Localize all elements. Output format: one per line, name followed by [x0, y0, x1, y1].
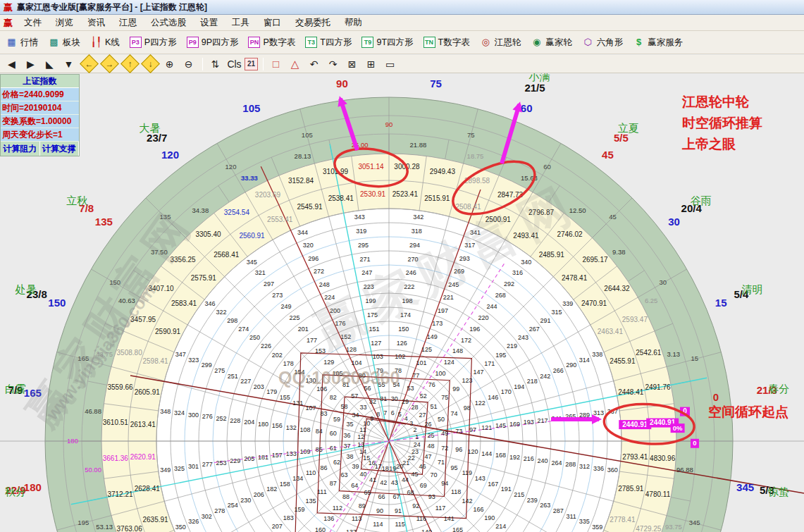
- wheel-number: 7: [383, 409, 387, 416]
- wheel-number: 346: [205, 300, 216, 307]
- wheel-number: 318: [412, 228, 422, 235]
- toolbar-label: P四方形: [144, 37, 177, 49]
- percent-label: 46.88: [85, 407, 101, 415]
- tri-up-button[interactable]: ◣: [41, 56, 58, 71]
- box-x-button[interactable]: ⊠: [343, 56, 361, 71]
- price-label: 3407.10: [148, 285, 174, 292]
- price-label: 2485.91: [539, 251, 565, 259]
- rotate-cw-button[interactable]: ↷: [324, 56, 342, 71]
- wheel-number: 239: [527, 497, 538, 504]
- wheel-number: 190: [484, 514, 495, 521]
- wheel-number: 204: [244, 419, 254, 426]
- toolbar-button-p-square[interactable]: P3P四方形: [127, 35, 180, 50]
- tri-down-button[interactable]: ▼: [60, 56, 78, 71]
- price-label: 2605.91: [135, 388, 161, 396]
- menu-item-4[interactable]: 公式选股: [144, 16, 193, 30]
- price-label: 2500.91: [486, 216, 512, 223]
- toolbar-button-t-number-table[interactable]: TNT数字表: [421, 35, 473, 50]
- next-button[interactable]: ▶: [22, 56, 39, 71]
- menu-item-6[interactable]: 工具: [225, 16, 256, 30]
- toolbar-button-winner-service[interactable]: $赢家服务: [630, 35, 686, 50]
- clear-button[interactable]: Cls: [225, 56, 243, 71]
- wheel-number: 322: [216, 309, 226, 316]
- toolbar-button-t9-square[interactable]: T99T四方形: [359, 35, 416, 50]
- main-toolbar: ▦行情▩板块╽╿K线P3P四方形P99P四方形PNP数字表T3T四方形T99T四…: [0, 31, 804, 54]
- wheel-number: 98: [464, 404, 471, 412]
- calendar-button[interactable]: 21: [245, 58, 258, 70]
- wheel-number: 242: [540, 373, 550, 380]
- square-tool-button[interactable]: □: [267, 56, 285, 71]
- wheel-number: 201: [298, 326, 309, 333]
- menu-item-3[interactable]: 江恩: [112, 16, 144, 30]
- wheel-number: 338: [592, 351, 602, 358]
- degree-label: 90: [385, 120, 393, 128]
- wheel-number: 166: [473, 506, 483, 513]
- wheel-number: 114: [373, 521, 383, 528]
- wheel-number: 26: [424, 421, 431, 428]
- gann-wheel-canvas[interactable]: 1234567891011121314151617181920212223242…: [0, 73, 804, 532]
- menu-item-7[interactable]: 窗口: [256, 16, 288, 30]
- wheel-number: 299: [202, 361, 212, 369]
- toolbar-button-kline[interactable]: ╽╿K线: [87, 35, 123, 50]
- wheel-number: 245: [448, 281, 459, 288]
- triangle-tool-button[interactable]: △: [286, 56, 304, 71]
- toolbar-button-quotes[interactable]: ▦行情: [3, 35, 41, 50]
- wheel-number: 300: [188, 412, 199, 419]
- center-tool-button[interactable]: ⊞: [362, 56, 380, 71]
- calc-resistance-button[interactable]: 计算阻力: [1, 142, 40, 156]
- wheel-number: 99: [452, 385, 459, 392]
- wheel-number: 12: [357, 433, 364, 440]
- shift-right-button[interactable]: →: [100, 54, 119, 73]
- toolbar-button-p-number-table[interactable]: PNP数字表: [245, 35, 298, 50]
- candlestick-icon: ╽╿: [90, 37, 102, 48]
- wheel-number: 13: [357, 441, 364, 448]
- wheel-number: 34: [352, 412, 359, 419]
- shift-up-button[interactable]: ↑: [120, 54, 140, 73]
- shift-left-button[interactable]: ←: [80, 54, 99, 73]
- menu-item-5[interactable]: 设置: [193, 16, 225, 30]
- wheel-number: 350: [175, 524, 186, 531]
- price-label: 2575.91: [191, 274, 217, 282]
- toolbar-label: T数字表: [438, 37, 470, 49]
- wheel-number: 247: [361, 269, 372, 276]
- wheel-number: 215: [514, 491, 524, 498]
- shift-down-button[interactable]: ↓: [141, 54, 160, 73]
- wheel-number: 2: [413, 426, 416, 433]
- calc-support-button[interactable]: 计算支撑: [40, 142, 80, 156]
- wheel-number: 56: [364, 385, 371, 392]
- toolbar-button-sectors[interactable]: ▩板块: [45, 35, 83, 50]
- flip-vertical-button[interactable]: ⇅: [206, 56, 224, 71]
- menu-item-8[interactable]: 交易委托: [288, 16, 338, 30]
- toolbar-button-hexagon[interactable]: ⬡六角形: [579, 35, 626, 50]
- price-label: 2560.91: [239, 232, 265, 240]
- wheel-number: 169: [509, 421, 520, 428]
- zoom-out-button[interactable]: ⊖: [180, 56, 197, 71]
- toolbar-button-gann-wheel[interactable]: ◎江恩轮: [477, 35, 524, 50]
- wheel-number: 35: [347, 421, 354, 428]
- wheel-number: 205: [244, 455, 254, 462]
- screen-tool-button[interactable]: ▭: [381, 56, 399, 71]
- toolbar-button-winner-wheel[interactable]: ◉赢家轮: [528, 35, 575, 50]
- menu-item-2[interactable]: 资讯: [80, 16, 112, 30]
- rotate-ccw-button[interactable]: ↶: [305, 56, 323, 71]
- wheel-number: 118: [451, 488, 461, 495]
- wheel-number: 125: [421, 346, 432, 353]
- menu-item-0[interactable]: 文件: [17, 16, 49, 30]
- wheel-number: 359: [592, 524, 602, 531]
- price-label: 2785.91: [618, 485, 644, 493]
- wheel-number: 277: [202, 461, 213, 468]
- menu-item-1[interactable]: 浏览: [49, 16, 80, 30]
- wheel-number: 321: [255, 269, 266, 276]
- toolbar-button-p9-square[interactable]: P99P四方形: [184, 35, 242, 50]
- wheel-number: 206: [254, 491, 264, 498]
- wheel-number: 142: [462, 497, 473, 505]
- wheel-number: 38: [347, 453, 354, 460]
- wheel-number: 127: [371, 340, 381, 347]
- blocks-icon: ▩: [48, 37, 60, 48]
- gann-wheel-icon: ◎: [480, 37, 492, 48]
- menu-item-9[interactable]: 帮助: [338, 16, 369, 30]
- prev-button[interactable]: ◀: [3, 56, 20, 71]
- zoom-in-button[interactable]: ⊕: [161, 56, 178, 71]
- wheel-number: 143: [475, 475, 486, 482]
- toolbar-button-t-square[interactable]: T3T四方形: [302, 35, 354, 50]
